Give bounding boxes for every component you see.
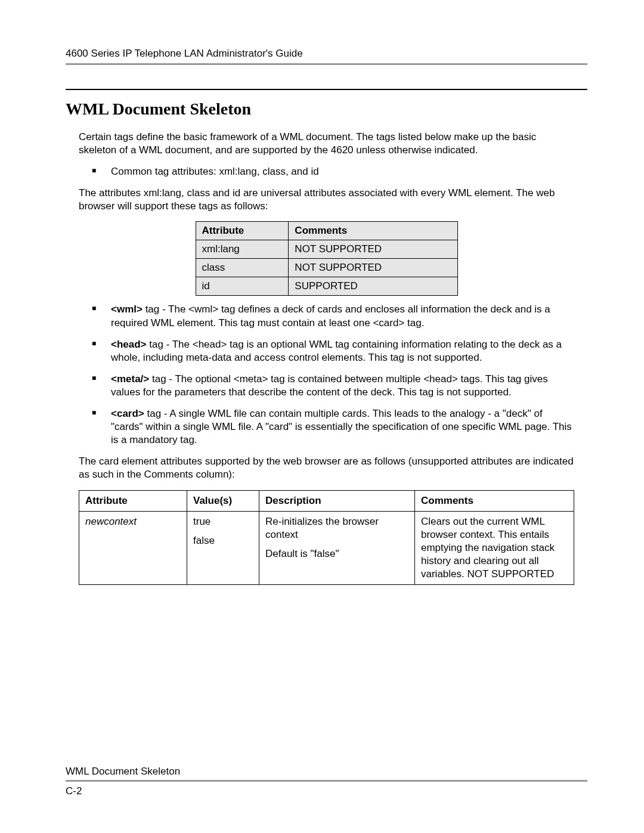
- tag-text: tag - A single WML file can contain mult…: [111, 408, 572, 445]
- section-title: WML Document Skeleton: [66, 100, 587, 119]
- tag-label: <meta/>: [111, 373, 149, 385]
- list-item: <meta/> tag - The optional <meta> tag is…: [79, 373, 574, 399]
- card-value-2: false: [193, 534, 253, 547]
- tag-label: <head>: [111, 339, 147, 350]
- tag-label: <card>: [111, 408, 144, 419]
- card-header-comments: Comments: [415, 490, 574, 511]
- card-desc-2: Default is "false": [265, 547, 408, 561]
- card-cell-values: true false: [187, 511, 259, 584]
- page-footer: WML Document Skeleton C-2: [66, 766, 587, 797]
- footer-page-number: C-2: [66, 785, 587, 797]
- card-desc-1: Re-initializes the browser context: [265, 515, 408, 541]
- attr-cell: NOT SUPPORTED: [289, 240, 457, 259]
- card-header-values: Value(s): [187, 490, 259, 511]
- card-header-attribute: Attribute: [79, 490, 187, 511]
- list-item: <head> tag - The <head> tag is an option…: [79, 338, 574, 364]
- tag-label: <wml>: [111, 304, 143, 315]
- footer-title: WML Document Skeleton: [66, 766, 587, 778]
- section-divider: [66, 89, 587, 90]
- table-row: class NOT SUPPORTED: [196, 259, 457, 277]
- attr-header-attribute: Attribute: [196, 222, 289, 240]
- footer-divider: [66, 780, 587, 782]
- header-divider: [66, 63, 587, 65]
- attr-cell: class: [196, 259, 289, 277]
- table-row: Attribute Comments: [196, 222, 457, 240]
- tag-text: tag - The <wml> tag defines a deck of ca…: [111, 304, 550, 328]
- tag-text: tag - The <head> tag is an optional WML …: [111, 339, 562, 363]
- table-row: Attribute Value(s) Description Comments: [79, 490, 574, 511]
- attr-header-comments: Comments: [289, 222, 457, 240]
- bullet-list-common: Common tag attributes: xml:lang, class, …: [79, 165, 574, 178]
- card-cell-comments: Clears out the current WML browser conte…: [415, 511, 574, 584]
- list-item: Common tag attributes: xml:lang, class, …: [79, 165, 574, 178]
- card-cell-attribute: newcontext: [79, 511, 187, 584]
- list-item: <card> tag - A single WML file can conta…: [79, 407, 574, 447]
- intro-paragraph: Certain tags define the basic framework …: [79, 131, 574, 157]
- page: 4600 Series IP Telephone LAN Administrat…: [0, 0, 644, 833]
- table-row: id SUPPORTED: [196, 277, 457, 296]
- page-header-title: 4600 Series IP Telephone LAN Administrat…: [66, 48, 587, 60]
- card-cell-description: Re-initializes the browser context Defau…: [259, 511, 415, 584]
- attr-cell: SUPPORTED: [289, 277, 457, 296]
- attr-cell: id: [196, 277, 289, 296]
- card-attributes-table: Attribute Value(s) Description Comments …: [79, 490, 574, 586]
- card-intro-paragraph: The card element attributes supported by…: [79, 455, 574, 481]
- card-value-1: true: [193, 515, 253, 528]
- attr-cell: NOT SUPPORTED: [289, 259, 457, 277]
- table-row: newcontext true false Re-initializes the…: [79, 511, 574, 584]
- attributes-paragraph: The attributes xml:lang, class and id ar…: [79, 187, 574, 213]
- list-item: <wml> tag - The <wml> tag defines a deck…: [79, 303, 574, 329]
- table-row: xml:lang NOT SUPPORTED: [196, 240, 457, 259]
- attributes-table: Attribute Comments xml:lang NOT SUPPORTE…: [196, 221, 458, 296]
- tag-text: tag - The optional <meta> tag is contain…: [111, 373, 548, 398]
- bullet-list-tags: <wml> tag - The <wml> tag defines a deck…: [79, 303, 574, 447]
- card-header-description: Description: [259, 490, 415, 511]
- attr-cell: xml:lang: [196, 240, 289, 259]
